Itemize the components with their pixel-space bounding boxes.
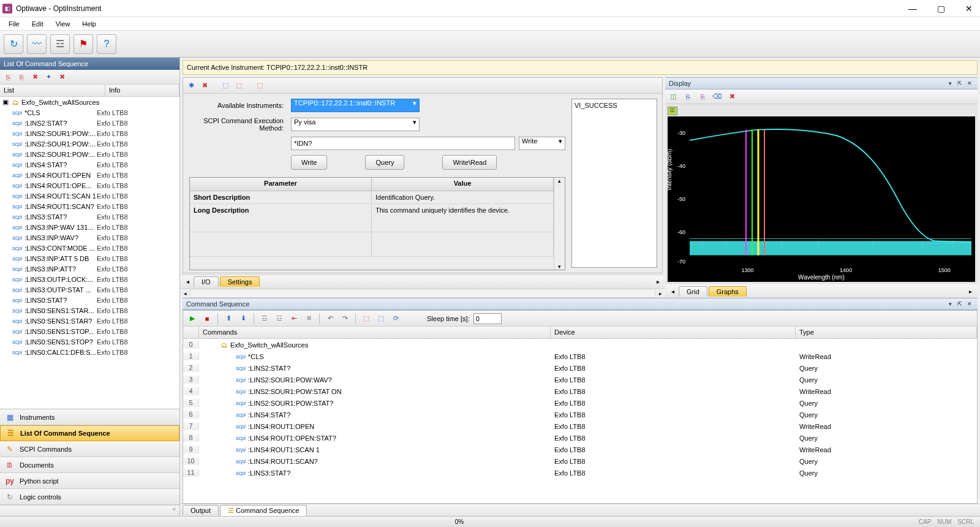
cs-btn-f[interactable]: ⬚: [375, 313, 386, 324]
list-item[interactable]: scpi:LINS0:SENS1:STOP?Exfo LTB8: [0, 336, 179, 347]
mt-btn-4[interactable]: ✦: [43, 72, 54, 83]
header-info[interactable]: Info: [105, 85, 179, 96]
cs-row[interactable]: 1scpi*CLSExfo LTB8WriteRead: [183, 351, 977, 362]
mt-btn-2[interactable]: ⎘: [16, 72, 27, 83]
display-pin-icon[interactable]: ⇱: [956, 79, 964, 88]
write-button[interactable]: Write: [291, 155, 327, 170]
toolbar-help-button[interactable]: ?: [97, 34, 116, 54]
collapse-icon[interactable]: ▣: [2, 98, 10, 106]
nav-python[interactable]: pyPython script: [0, 473, 179, 489]
cs-row[interactable]: 4scpi:LINS2:SOUR1:POW:STAT ONExfo LTB8Wr…: [183, 385, 977, 397]
list-item[interactable]: scpi:LINS0:SENS1:STAR?Exfo LTB8: [0, 316, 179, 326]
io-tb-b[interactable]: ⬚: [233, 80, 244, 91]
menu-edit[interactable]: Edit: [27, 19, 48, 29]
toolbar-list-button[interactable]: ☲: [50, 34, 70, 54]
cs-btn-a[interactable]: ☲: [259, 313, 270, 324]
toolbar-chart-button[interactable]: 〰: [27, 34, 47, 54]
tab-graphs[interactable]: Graphs: [709, 286, 747, 297]
tab-io[interactable]: I/O: [194, 276, 219, 287]
list-item[interactable]: scpi:LINS3:INP:WAV?Exfo LTB8: [0, 232, 179, 243]
menu-view[interactable]: View: [51, 19, 75, 29]
cs-undo-button[interactable]: ↶: [325, 313, 336, 324]
tab-cmdseq[interactable]: ☰Command Sequence: [220, 505, 307, 516]
dt-btn-5[interactable]: ✖: [726, 91, 737, 102]
list-item[interactable]: scpi:LINS2:STAT?Exfo LTB8: [0, 118, 179, 128]
cs-pin-icon[interactable]: ⇱: [956, 300, 964, 308]
sleep-input[interactable]: [473, 313, 502, 324]
list-item[interactable]: scpi:LINS0:SENS1:STAR...Exfo LTB8: [0, 305, 179, 316]
cs-up-button[interactable]: ⬆: [223, 313, 234, 324]
list-item[interactable]: scpi:LINS3:CONT:MODE ...Exfo LTB8: [0, 243, 179, 253]
minimize-button[interactable]: —: [904, 4, 921, 13]
cs-play-button[interactable]: ▶: [187, 313, 198, 324]
display-close-icon[interactable]: ✕: [965, 79, 974, 88]
cs-btn-b[interactable]: ☳: [274, 313, 285, 324]
nav-list[interactable]: ☰List Of Command Sequence: [0, 425, 179, 441]
list-item[interactable]: scpi:LINS3:INP:ATT 5 DBExfo LTB8: [0, 253, 179, 264]
cs-row[interactable]: 9scpi:LINS4:ROUT1:SCAN 1Exfo LTB8WriteRe…: [183, 444, 977, 455]
nav-scpi[interactable]: ✎SCPI Commands: [0, 441, 179, 457]
io-tb-c[interactable]: ⬚: [254, 80, 265, 91]
dtab-scroll-left[interactable]: ◂: [668, 288, 677, 295]
cs-row[interactable]: 8scpi:LINS4:ROUT1:OPEN:STAT?Exfo LTB8Que…: [183, 432, 977, 444]
display-menu-icon[interactable]: ▾: [946, 79, 954, 88]
list-body[interactable]: ▣ 🗂 Exfo_Switch_wAllSources scpi*CLSExfo…: [0, 97, 179, 409]
command-input[interactable]: [291, 137, 515, 150]
dt-btn-4[interactable]: ⌫: [712, 91, 723, 102]
header-list[interactable]: List: [0, 85, 105, 96]
list-item[interactable]: scpi*CLSExfo LTB8: [0, 107, 179, 118]
list-item[interactable]: scpi:LINS4:ROUT1:OPENExfo LTB8: [0, 170, 179, 180]
nav-docs[interactable]: 🗎Documents: [0, 457, 179, 473]
chart-area[interactable]: Intensity (dBm) Wavelength (nm) -30 -40 …: [668, 116, 975, 282]
list-item[interactable]: scpi:LINS0:SENS1:STOP...Exfo LTB8: [0, 326, 179, 336]
tab-settings[interactable]: Settings: [220, 276, 260, 287]
cs-down-button[interactable]: ⬇: [238, 313, 249, 324]
dt-btn-3[interactable]: ⎘: [697, 91, 708, 102]
mt-btn-5[interactable]: ✖: [56, 72, 67, 83]
writeread-button[interactable]: Write\Read: [442, 155, 497, 170]
cs-row[interactable]: 7scpi:LINS4:ROUT1:OPENExfo LTB8WriteRead: [183, 420, 977, 432]
available-instruments-combo[interactable]: TCPIP0::172.22.2.1::inst0::INSTR▾: [291, 99, 420, 112]
io-hscroll[interactable]: ◂▸: [180, 288, 665, 298]
menu-file[interactable]: File: [4, 19, 24, 29]
cs-btn-c[interactable]: ⇤: [288, 313, 300, 324]
list-item[interactable]: scpi:LINS2:SOUR1:POW:...Exfo LTB8: [0, 149, 179, 159]
cs-h-type[interactable]: Type: [796, 327, 977, 338]
query-button[interactable]: Query: [365, 155, 404, 170]
list-item[interactable]: scpi:LINS3:OUTP:STAT ...Exfo LTB8: [0, 284, 179, 295]
toolbar-sync-button[interactable]: ↻: [4, 34, 23, 54]
cs-row[interactable]: 11scpi:LINS3:STAT?Exfo LTB8Query: [183, 467, 977, 479]
cs-row[interactable]: 2scpi:LINS2:STAT?Exfo LTB8Query: [183, 362, 977, 374]
cs-btn-d[interactable]: ✖: [303, 313, 314, 324]
list-item[interactable]: scpi:LINS2:SOUR1:POW:...Exfo LTB8: [0, 128, 179, 138]
cs-h-cmds[interactable]: Commands: [199, 327, 551, 338]
tree-root[interactable]: ▣ 🗂 Exfo_Switch_wAllSources: [0, 97, 179, 107]
list-item[interactable]: scpi:LINS0:CALC1:DFB:S...Exfo LTB8: [0, 347, 179, 357]
cs-redo-button[interactable]: ↷: [339, 313, 350, 324]
io-tb-new[interactable]: ✱: [186, 80, 197, 91]
list-item[interactable]: scpi:LINS3:OUTP:LOCK:...Exfo LTB8: [0, 274, 179, 284]
chart-corner-icon[interactable]: ◫: [668, 107, 677, 115]
cs-btn-e[interactable]: ⬚: [361, 313, 372, 324]
list-item[interactable]: scpi:LINS4:ROUT1:OPE...Exfo LTB8: [0, 180, 179, 191]
rw-combo[interactable]: Write▾: [519, 137, 565, 150]
list-item[interactable]: scpi:LINS4:ROUT1:SCAN 1Exfo LTB8: [0, 191, 179, 201]
cs-h-device[interactable]: Device: [551, 327, 796, 338]
list-item[interactable]: scpi:LINS3:INP:WAV 131...Exfo LTB8: [0, 222, 179, 232]
list-item[interactable]: scpi:LINS2:SOUR1:POW:...Exfo LTB8: [0, 138, 179, 149]
exec-method-combo[interactable]: Py visa▾: [291, 118, 420, 131]
mt-btn-3[interactable]: ✖: [29, 72, 40, 83]
pt-scrollbar[interactable]: ▴▾: [554, 178, 565, 270]
dt-btn-1[interactable]: ◫: [668, 91, 679, 102]
menu-help[interactable]: Help: [77, 19, 101, 29]
tab-scroll-left[interactable]: ◂: [183, 278, 192, 285]
list-item[interactable]: scpi:LINS4:STAT?Exfo LTB8: [0, 159, 179, 170]
cs-row[interactable]: 3scpi:LINS2:SOUR1:POW:WAV?Exfo LTB8Query: [183, 374, 977, 385]
cs-stop-button[interactable]: ■: [202, 313, 213, 324]
mt-btn-1[interactable]: ⎘: [2, 72, 13, 83]
cs-close-icon[interactable]: ✕: [965, 300, 974, 308]
cs-root-row[interactable]: 0 🗂Exfo_Switch_wAllSources: [183, 339, 977, 351]
dt-btn-2[interactable]: ⎘: [682, 91, 693, 102]
toolbar-cmd-button[interactable]: ⚑: [74, 34, 93, 54]
cs-row[interactable]: 6scpi:LINS4:STAT?Exfo LTB8Query: [183, 409, 977, 420]
